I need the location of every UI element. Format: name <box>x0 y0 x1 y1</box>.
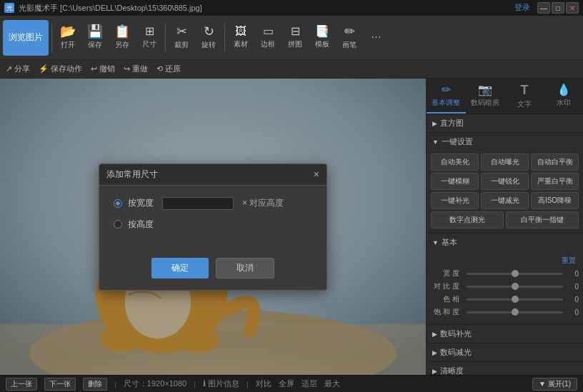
brush-icon: ✏ <box>344 25 355 38</box>
contrast-track[interactable] <box>467 286 563 288</box>
brush-tool[interactable]: ✏ 画笔 <box>337 20 362 56</box>
fill-light-btn[interactable]: 一键补光 <box>431 192 479 209</box>
basic-header[interactable]: ▼ 基本 <box>427 233 583 251</box>
by-width-option[interactable]: 按宽度 × 对应高度 <box>114 197 312 210</box>
login-btn[interactable]: 登录 <box>514 2 530 14</box>
return-btn[interactable]: ⟲ 还原 <box>156 64 181 74</box>
one-click-header[interactable]: ▼ 一键设置 <box>427 133 583 151</box>
reduce-light-btn[interactable]: 一键减光 <box>481 192 529 209</box>
info-icon: ℹ <box>203 379 206 388</box>
border-tool[interactable]: ▭ 边框 <box>255 20 281 56</box>
dialog-footer: 确定 取消 <box>99 251 327 290</box>
collage-tool[interactable]: ⊟ 拼图 <box>282 20 308 56</box>
by-height-radio[interactable] <box>114 220 122 228</box>
fit-btn[interactable]: 适层 <box>302 378 317 389</box>
one-click-arrow: ▼ <box>432 139 439 146</box>
saveas-tool[interactable]: 📋 另存 <box>109 20 135 56</box>
save-label: 保存 <box>88 40 102 50</box>
tab-basic[interactable]: ✏ 基本调整 <box>427 79 466 114</box>
one-click-grid-3: 一键补光 一键减光 高ISO降噪 <box>431 192 579 209</box>
tab-darkroom[interactable]: 📷 数码暗房 <box>466 79 505 114</box>
one-blur-btn[interactable]: 一键模糊 <box>431 173 479 190</box>
dialog-body: 按宽度 × 对应高度 按高度 <box>99 186 327 251</box>
hue-row: 色 相 0 <box>431 294 579 304</box>
digital-dark-arrow: ▶ <box>432 349 437 356</box>
width-input[interactable] <box>162 197 234 210</box>
one-sharp-btn[interactable]: 一键锐化 <box>481 173 529 190</box>
max-btn[interactable]: 最大 <box>324 378 340 389</box>
save-action-label: 保存动作 <box>51 64 82 74</box>
dialog-cancel-btn[interactable]: 取消 <box>216 258 274 278</box>
undo-btn[interactable]: ↩ 撤销 <box>91 64 115 74</box>
max-label: 最大 <box>324 378 340 389</box>
dialog-confirm-btn[interactable]: 确定 <box>151 258 209 278</box>
template-tool[interactable]: 📑 模板 <box>309 20 335 56</box>
template-icon: 📑 <box>315 26 329 37</box>
digital-fill-section: ▶ 数码补光 <box>427 325 583 343</box>
rotate-label: 旋转 <box>201 40 216 50</box>
crop-tool[interactable]: ✂ 裁剪 <box>169 20 194 56</box>
digital-dark-header[interactable]: ▶ 数码减光 <box>427 343 583 361</box>
expand-toggle-btn[interactable]: ▼ 展开(1) <box>532 378 577 391</box>
one-click-grid-1: 自动美化 自动曝光 自动白平衡 <box>431 154 579 171</box>
canvas-area[interactable]: 添加常用尺寸 × 按宽度 × 对应高度 按高度 <box>0 79 426 375</box>
dialog-close-btn[interactable]: × <box>314 169 319 179</box>
info-btn[interactable]: ℹ 图片信息 <box>203 378 239 389</box>
digital-fill-header[interactable]: ▶ 数码补光 <box>427 325 583 343</box>
open-tool[interactable]: 📂 打开 <box>55 20 81 56</box>
rotate-tool[interactable]: ↻ 旋转 <box>196 20 221 56</box>
contrast-thumb[interactable] <box>512 283 519 290</box>
redo-btn[interactable]: ↪ 重做 <box>124 64 148 74</box>
sharpness-header[interactable]: ▶ 清晰度 <box>427 362 583 375</box>
actionbar: ↗ 分享 ⚡ 保存动作 ↩ 撤销 ↪ 重做 ⟲ 还原 <box>0 60 583 79</box>
maximize-btn[interactable]: □ <box>552 2 564 14</box>
digital-dark-section: ▶ 数码减光 <box>427 343 583 362</box>
reset-btn[interactable]: 重置 <box>431 254 579 267</box>
more-tool[interactable]: ··· <box>364 20 389 56</box>
spot-meter-btn[interactable]: 数字点测光 <box>431 211 504 228</box>
save-action-btn[interactable]: ⚡ 保存动作 <box>39 64 82 74</box>
next-btn[interactable]: 下一张 <box>44 378 76 391</box>
severe-wb-btn[interactable]: 严重白平衡 <box>531 173 579 190</box>
basic-content: 重置 宽 度 0 对 比 度 0 色 相 <box>427 251 583 324</box>
histogram-header[interactable]: ▶ 直方图 <box>427 114 583 132</box>
hue-track[interactable] <box>467 298 563 301</box>
prev-btn[interactable]: 上一张 <box>6 378 37 391</box>
minimize-btn[interactable]: — <box>537 2 550 14</box>
saturation-track[interactable] <box>467 311 563 313</box>
template-label: 模板 <box>315 39 329 49</box>
size-tool[interactable]: ⊞ 尺寸 <box>136 20 162 56</box>
auto-exposure-btn[interactable]: 自动曝光 <box>481 154 529 171</box>
one-click-title: 一键设置 <box>442 136 473 147</box>
fullscreen-btn[interactable]: 全屏 <box>279 378 294 389</box>
brightness-thumb[interactable] <box>512 270 519 277</box>
app-icon: 光 <box>4 3 14 13</box>
by-width-radio[interactable] <box>114 199 122 208</box>
share-btn[interactable]: ↗ 分享 <box>6 64 30 74</box>
hue-thumb[interactable] <box>512 296 519 303</box>
by-height-option[interactable]: 按高度 <box>114 218 312 231</box>
delete-btn[interactable]: 删除 <box>83 378 107 391</box>
hue-label: 色 相 <box>431 294 464 304</box>
browse-button[interactable]: 浏览图片 <box>3 20 49 56</box>
open-icon: 📂 <box>60 25 76 38</box>
brightness-track[interactable] <box>467 273 563 275</box>
border-label: 边框 <box>261 39 275 49</box>
saturation-thumb[interactable] <box>512 308 519 316</box>
save-tool[interactable]: 💾 保存 <box>82 20 108 56</box>
material-tool[interactable]: 🖼 素材 <box>228 20 254 56</box>
tab-text[interactable]: T 文字 <box>505 79 544 114</box>
status-sep-3: | <box>246 380 249 388</box>
auto-wb-btn[interactable]: 自动白平衡 <box>531 154 579 171</box>
more-icon: ··· <box>372 31 382 41</box>
watermark-tab-icon: 💧 <box>557 83 571 96</box>
tab-watermark[interactable]: 💧 水印 <box>544 79 583 114</box>
wb-finger-btn[interactable]: 白平衡一指键 <box>506 211 579 228</box>
iso-noise-btn[interactable]: 高ISO降噪 <box>531 192 579 209</box>
compare-btn[interactable]: 对比 <box>256 378 271 389</box>
text-tab-label: 文字 <box>517 99 532 109</box>
auto-beautify-btn[interactable]: 自动美化 <box>431 154 479 171</box>
close-btn[interactable]: ✕ <box>566 2 579 14</box>
right-panel: ✏ 基本调整 📷 数码暗房 T 文字 💧 水印 ▶ 直方图 <box>426 79 583 375</box>
text-tab-icon: T <box>520 83 528 98</box>
